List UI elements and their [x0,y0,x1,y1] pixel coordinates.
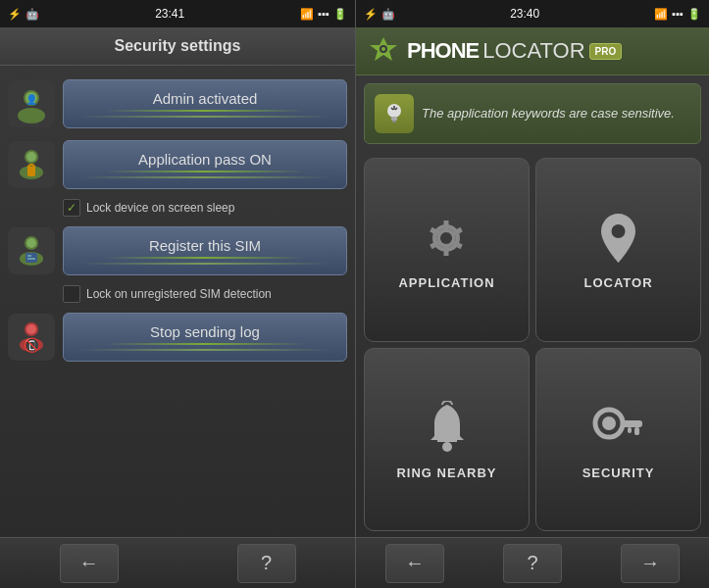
svg-text:👤: 👤 [25,93,38,106]
battery-icon-left: 🔋 [333,8,347,21]
pin-icon [589,209,648,268]
grid-container: APPLICATION LOCATOR RING N [356,152,709,537]
status-icons-left: ⚡ 🤖 [8,8,39,21]
app-logo-text: PHONE LOCATOR PRO [407,38,622,64]
signal-icons-left: 📶 ▪▪▪ 🔋 [300,8,347,21]
battery-icon-right: 🔋 [687,8,701,21]
admin-button[interactable]: Admin activated [63,79,347,128]
panel-title: Security settings [0,27,355,66]
svg-rect-42 [628,427,632,433]
sim-checkbox-row: Lock on unregistered SIM detection [0,281,355,307]
svg-point-39 [602,416,616,430]
svg-rect-37 [437,438,457,442]
sim-icon [8,227,55,274]
signal-icon: ▪▪▪ [318,8,329,20]
svg-rect-23 [391,117,397,121]
grid-item-application[interactable]: APPLICATION [364,158,530,342]
time-right: 23:40 [510,7,539,21]
help-button-right[interactable]: ? [503,544,562,583]
info-banner: The application keywords are case sensit… [364,83,701,144]
sim-row: Register this SIM [0,220,355,281]
svg-point-1 [18,108,45,123]
bottom-nav-right: ← ? → [356,537,709,588]
usb-icon: ⚡ [8,8,22,21]
svg-point-6 [26,152,36,162]
svg-point-35 [612,224,626,238]
logo-phone: PHONE [407,38,479,64]
info-icon [375,94,414,133]
gear-icon [418,209,477,268]
key-icon [589,399,648,458]
back-button-left[interactable]: ← [60,544,119,583]
back-button-right[interactable]: ← [385,544,444,583]
logo-locator: LOCATOR [482,38,584,64]
apppass-green-line [79,171,330,172]
svg-rect-24 [392,121,396,122]
right-panel: ⚡ 🤖 23:40 📶 ▪▪▪ 🔋 PHONE LOCATOR PRO [355,0,709,588]
status-icons-right: ⚡ 🤖 [364,8,395,21]
admin-green-line [79,110,330,112]
status-bar-left: ⚡ 🤖 23:41 📶 ▪▪▪ 🔋 [0,0,355,27]
android-icon-right: 🤖 [381,8,395,21]
apppass-checkbox-row: ✓ Lock device on screen sleep [0,195,355,220]
svg-point-21 [381,47,385,51]
sim-checkbox-label: Lock on unregistered SIM detection [86,287,272,301]
usb-icon-right: ⚡ [364,8,378,21]
sim-button[interactable]: Register this SIM [63,226,347,275]
apppass-row: Application pass ON [0,134,355,195]
sim-green-line [79,257,330,259]
logo-pro: PRO [589,43,623,60]
app-header: PHONE LOCATOR PRO [356,27,709,75]
svg-rect-14 [27,258,35,260]
app-logo-icon [368,35,399,67]
apppass-checkbox-label: Lock device on screen sleep [86,201,234,215]
forward-button-right[interactable]: → [621,544,680,583]
application-label: APPLICATION [398,275,494,290]
svg-rect-40 [621,420,642,427]
help-button-left[interactable]: ? [237,544,296,583]
bottom-nav-left: ← ? [0,537,355,588]
locator-label: LOCATOR [583,275,652,290]
info-text: The application keywords are case sensit… [422,105,675,122]
svg-point-11 [26,238,36,248]
status-bar-right: ⚡ 🤖 23:40 📶 ▪▪▪ 🔋 [356,0,709,27]
grid-item-locator[interactable]: LOCATOR [535,158,701,342]
svg-point-34 [440,232,452,244]
apppass-button[interactable]: Application pass ON [63,140,347,189]
bell-icon [418,399,477,458]
apppass-icon [8,141,55,188]
android-icon-left: 🤖 [25,8,39,21]
grid-item-ring[interactable]: RING NEARBY [364,348,530,532]
log-icon: 📵 [8,314,55,361]
sim-checkbox[interactable] [63,285,80,303]
settings-list: 👤 Admin activated Application pass [0,66,355,537]
svg-point-17 [26,324,36,334]
admin-row: 👤 Admin activated [0,74,355,134]
time-left: 23:41 [155,7,184,21]
wifi-icon-right: 📶 [654,8,668,21]
admin-icon: 👤 [8,80,55,127]
ring-label: RING NEARBY [396,466,496,480]
svg-rect-13 [27,255,31,257]
wifi-icon: 📶 [300,8,314,21]
svg-rect-41 [634,427,639,435]
log-button[interactable]: Stop sending log [63,313,347,362]
signal-icons-right: 📶 ▪▪▪ 🔋 [654,8,701,21]
log-green-line [79,343,330,345]
log-row: 📵 Stop sending log [0,307,355,368]
signal-icon-right: ▪▪▪ [672,8,684,20]
left-panel: ⚡ 🤖 23:41 📶 ▪▪▪ 🔋 Security settings 👤 [0,0,355,588]
grid-item-security[interactable]: SECURITY [535,348,701,532]
svg-text:📵: 📵 [24,337,41,354]
apppass-checkbox[interactable]: ✓ [63,199,80,217]
svg-point-36 [442,442,452,452]
security-label: SECURITY [582,466,655,480]
